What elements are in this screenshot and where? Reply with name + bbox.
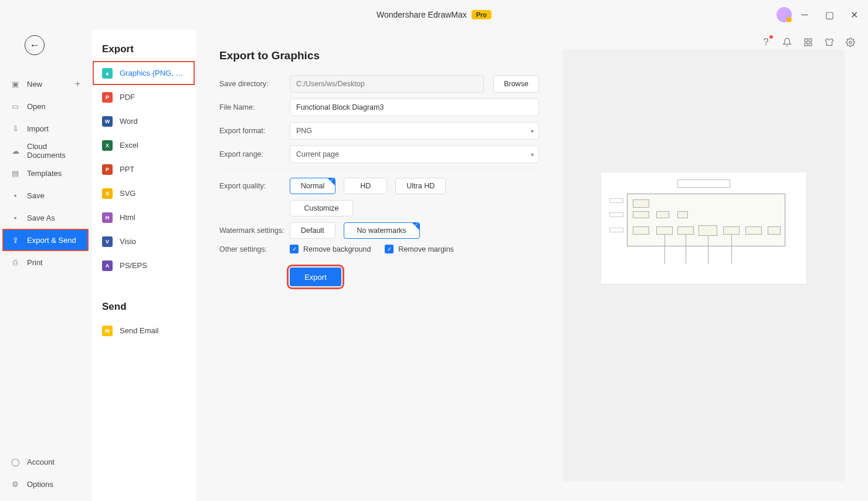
pdf-icon: P <box>102 92 113 103</box>
range-label: Export range: <box>219 150 290 158</box>
nav-saveas[interactable]: ▪Save As <box>0 207 91 229</box>
saveas-icon: ▪ <box>11 213 20 222</box>
print-icon: ⎙ <box>11 258 20 267</box>
check-icon: ✓ <box>385 245 394 253</box>
chk-remove-margins[interactable]: ✓Remove margins <box>385 245 453 253</box>
format-excel[interactable]: XExcel <box>91 133 196 157</box>
svg-rect-0 <box>805 39 808 42</box>
nav-print[interactable]: ⎙Print <box>0 251 91 273</box>
svg-icon: S <box>102 188 113 199</box>
folder-icon: ▭ <box>11 101 20 111</box>
check-icon: ✓ <box>290 245 299 253</box>
html-icon: H <box>102 212 113 223</box>
nav-open[interactable]: ▭Open <box>0 95 91 117</box>
cloud-icon: ☁ <box>11 146 20 155</box>
send-heading: Send <box>91 301 196 319</box>
pro-badge: Pro <box>472 10 491 19</box>
email-icon: ✉ <box>102 326 113 336</box>
gear-icon[interactable] <box>845 36 856 48</box>
format-graphics[interactable]: ▲Graphics (PNG, JPG e... <box>93 61 195 85</box>
graphics-icon: ▲ <box>102 68 113 79</box>
other-label: Other settings: <box>219 245 290 253</box>
excel-icon: X <box>102 140 113 151</box>
format-pseps[interactable]: APS/EPS <box>91 253 196 277</box>
svg-rect-1 <box>809 39 812 42</box>
quality-ultrahd[interactable]: Ultra HD <box>395 178 446 194</box>
nav-new[interactable]: ▣New+ <box>0 73 91 95</box>
export-button[interactable]: Export <box>290 268 341 286</box>
bell-icon[interactable] <box>781 36 793 48</box>
save-dir-label: Save directory: <box>219 80 290 88</box>
filename-label: File Name: <box>219 103 290 111</box>
nav-account[interactable]: ◯Account <box>0 451 91 473</box>
format-word[interactable]: WWord <box>91 109 196 133</box>
format-visio[interactable]: VVisio <box>91 229 196 253</box>
close-button[interactable]: ✕ <box>846 6 862 23</box>
nav-templates[interactable]: ▤Templates <box>0 162 91 184</box>
sidebar-secondary: Export ▲Graphics (PNG, JPG e... PPDF WWo… <box>91 29 196 501</box>
nav-options[interactable]: ⚙Options <box>0 473 91 495</box>
watermark-default[interactable]: Default <box>290 222 335 239</box>
preview-panel <box>562 49 845 481</box>
ppt-icon: P <box>102 164 113 175</box>
account-icon: ◯ <box>11 457 20 466</box>
pseps-icon: A <box>102 260 113 271</box>
quality-label: Export quality: <box>219 182 290 190</box>
avatar-icon[interactable] <box>777 7 792 22</box>
format-select[interactable]: PNG <box>290 122 539 140</box>
help-icon[interactable]: ? <box>760 36 772 48</box>
nav-save[interactable]: ▪Save <box>0 184 91 207</box>
format-html[interactable]: HHtml <box>91 205 196 229</box>
export-heading: Export <box>91 43 196 61</box>
minimize-button[interactable]: ─ <box>796 6 813 23</box>
visio-icon: V <box>102 236 113 247</box>
format-label: Export format: <box>219 127 290 135</box>
watermark-label: Watermark settings: <box>219 226 290 235</box>
plus-icon[interactable]: + <box>75 79 80 89</box>
page-title: Export to Graphics <box>219 49 539 62</box>
svg-rect-3 <box>809 43 812 46</box>
format-pdf[interactable]: PPDF <box>91 85 196 109</box>
word-icon: W <box>102 116 113 127</box>
nav-export-send[interactable]: ⇪Export & Send <box>2 229 89 251</box>
save-icon: ▪ <box>11 191 20 200</box>
browse-button[interactable]: Browse <box>493 75 539 93</box>
plus-square-icon: ▣ <box>11 79 20 89</box>
preview-thumbnail <box>601 172 806 284</box>
sidebar-primary: ← ▣New+ ▭Open ⇩Import ☁Cloud Documents ▤… <box>0 29 91 501</box>
gear-icon: ⚙ <box>11 479 20 489</box>
templates-icon: ▤ <box>11 168 20 178</box>
filename-input[interactable] <box>290 99 539 116</box>
app-title: Wondershare EdrawMax <box>377 10 467 19</box>
save-dir-input[interactable] <box>290 75 484 93</box>
quality-customize[interactable]: Customize <box>290 200 353 216</box>
import-icon: ⇩ <box>11 124 20 133</box>
maximize-button[interactable]: ▢ <box>821 6 838 23</box>
range-select[interactable]: Current page <box>290 145 539 163</box>
chk-remove-bg[interactable]: ✓Remove background <box>290 245 371 253</box>
watermark-none[interactable]: No watermarks <box>344 222 420 239</box>
svg-rect-2 <box>805 43 808 46</box>
back-button[interactable]: ← <box>25 35 45 55</box>
apps-icon[interactable] <box>802 36 814 48</box>
format-ppt[interactable]: PPPT <box>91 157 196 181</box>
export-icon: ⇪ <box>11 235 20 245</box>
svg-point-4 <box>849 41 852 43</box>
quality-normal[interactable]: Normal <box>290 178 335 194</box>
nav-import[interactable]: ⇩Import <box>0 117 91 140</box>
shirt-icon[interactable] <box>823 36 835 48</box>
quality-hd[interactable]: HD <box>344 178 387 194</box>
nav-cloud[interactable]: ☁Cloud Documents <box>0 140 91 162</box>
send-email[interactable]: ✉Send Email <box>91 319 196 343</box>
format-svg[interactable]: SSVG <box>91 181 196 205</box>
